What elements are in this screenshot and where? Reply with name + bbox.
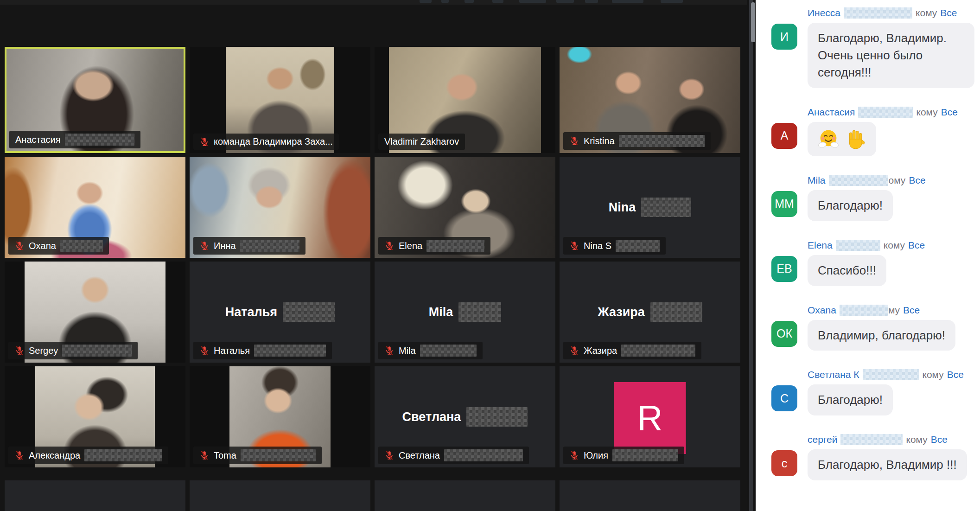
video-tile-inna[interactable]: Инна [190, 157, 370, 258]
video-tile-alexandra[interactable]: Александра [5, 366, 185, 467]
participant-name: Nina [609, 200, 636, 215]
participant-name-tag: Наталья [193, 342, 332, 359]
chat-scrollbar-track[interactable] [749, 0, 753, 511]
muted-mic-icon [199, 241, 210, 251]
video-tile-empty[interactable] [375, 480, 555, 511]
chat-recipient[interactable]: Все [908, 240, 925, 251]
video-tile-natalya[interactable]: Наталья Наталья [190, 262, 370, 363]
chat-bubble: Спасибо!!! [808, 255, 886, 286]
muted-mic-icon [199, 450, 210, 460]
chat-to-label: кому [906, 434, 927, 445]
redacted-surname [836, 240, 880, 251]
video-tile-vladimir[interactable]: Vladimir Zakharov [375, 47, 555, 153]
participant-name-tag: Жазира [563, 342, 701, 359]
chat-to-label: му [888, 305, 900, 316]
participant-name: Анастасия [15, 134, 61, 145]
muted-mic-icon [569, 345, 579, 356]
chat-sender-name[interactable]: Светлана К [808, 369, 859, 380]
participant-name: Oxana [29, 241, 56, 251]
chat-recipient[interactable]: Все [931, 434, 948, 445]
chat-message: сергей кому Все с Благодарю, Владимир !!… [771, 434, 974, 480]
chat-sender-name[interactable]: Инесса [808, 7, 840, 19]
chat-sender-name[interactable]: сергей [808, 434, 837, 445]
chat-to-label: ому [889, 175, 906, 186]
toolbar-glyph [492, 0, 503, 3]
panel-divider [747, 0, 756, 511]
chat-bubble [808, 122, 876, 156]
participant-name: Юлия [584, 450, 608, 461]
toolbar-glyph [661, 0, 683, 3]
redacted-surname [619, 135, 705, 147]
video-tile-svetlana[interactable]: Светлана Светлана [375, 366, 555, 467]
redacted-surname [241, 449, 316, 461]
video-tile-zhazira[interactable]: Жазира Жазира [560, 262, 740, 363]
participant-name-tag: Светлана [378, 447, 529, 464]
chat-bubble: Благодарю, Владимир !!! [808, 449, 967, 480]
redacted-surname [641, 198, 691, 217]
participant-name-tag: Oxana [8, 237, 109, 255]
video-tile-empty[interactable] [560, 480, 740, 511]
chat-message-header: Анастасия кому Все [808, 107, 974, 118]
participant-name-tag: Vladimir Zakharov [378, 134, 465, 150]
redacted-surname [65, 134, 134, 146]
toolbar-glyph [441, 0, 449, 3]
toolbar-glyph [612, 0, 643, 3]
profile-avatar: R [614, 382, 686, 454]
participant-name-tag: команда Владимира Заха... [193, 134, 339, 150]
chat-recipient[interactable]: Все [940, 7, 957, 19]
chat-sender-name[interactable]: Mila [808, 175, 826, 186]
video-tile-oxana[interactable]: Oxana [5, 157, 185, 258]
participant-name: Vladimir Zakharov [384, 136, 459, 147]
chat-sender-name[interactable]: Oxana [808, 305, 836, 316]
video-tile-empty[interactable] [190, 480, 370, 511]
zoom-meeting-window: { "meeting": { "tiles": [ {"id":"anastas… [0, 0, 980, 511]
video-tile-kristina[interactable]: Kristina [560, 47, 740, 153]
participant-name: Kristina [584, 136, 615, 147]
chat-message: Светлана К кому Все С Благодарю! [771, 369, 974, 415]
video-tile-toma[interactable]: Toma [190, 366, 370, 467]
muted-mic-icon [14, 241, 25, 251]
chat-recipient[interactable]: Все [903, 305, 920, 316]
redacted-surname [60, 240, 103, 252]
toolbar-glyph [556, 0, 574, 3]
chat-recipient[interactable]: Все [909, 175, 925, 186]
participant-name: Mila [399, 345, 416, 356]
participant-name-tag: Toma [193, 447, 322, 464]
chat-message-header: Светлана К кому Все [808, 369, 974, 380]
video-tile-elena[interactable]: Elena [375, 157, 555, 258]
redacted-surname [863, 369, 919, 380]
chat-message: Elena кому Все ЕВ Спасибо!!! [771, 240, 974, 286]
redacted-surname [444, 449, 523, 461]
video-tile-nina[interactable]: Nina Nina S [560, 157, 740, 258]
chat-scrollbar-thumb[interactable] [751, 2, 755, 42]
chat-sender-name[interactable]: Elena [808, 240, 833, 251]
video-tile-komanda[interactable]: команда Владимира Заха... [190, 47, 370, 153]
video-tile-sergey[interactable]: Sergey [5, 262, 185, 363]
chat-recipient[interactable]: Все [947, 369, 964, 380]
video-tile-empty[interactable] [5, 480, 185, 511]
participant-name: Наталья [214, 345, 250, 356]
participant-name: Александра [29, 450, 80, 461]
redacted-surname [621, 345, 695, 357]
video-tile-yulia[interactable]: R Юлия [560, 366, 740, 467]
chat-to-label: кому [884, 240, 905, 251]
muted-mic-icon [569, 241, 579, 251]
participant-name-tag: Юлия [563, 447, 684, 464]
video-tile-anastasia[interactable]: Анастасия [5, 47, 185, 153]
chat-to-label: кому [923, 369, 944, 380]
chat-message: Инесса кому Все И Благодарю, Владимир. О… [771, 7, 974, 88]
chat-message: Анастасия кому Все А [771, 107, 974, 156]
redacted-surname [829, 175, 888, 186]
chat-sender-name[interactable]: Анастасия [808, 107, 855, 118]
participant-name-tag: Nina S [563, 237, 666, 255]
chat-recipient[interactable]: Все [941, 107, 958, 118]
chat-bubble: Благодарю! [808, 384, 893, 415]
video-tile-mila[interactable]: Mila Mila [375, 262, 555, 363]
redacted-surname [458, 302, 501, 322]
chat-message-header: Инесса кому Все [808, 7, 974, 19]
toolbar-glyph [465, 0, 474, 3]
chat-bubble: Благодарю! [808, 190, 893, 221]
toolbar-glyph [420, 0, 432, 3]
participant-name: Toma [214, 450, 236, 461]
muted-mic-icon [569, 136, 579, 146]
